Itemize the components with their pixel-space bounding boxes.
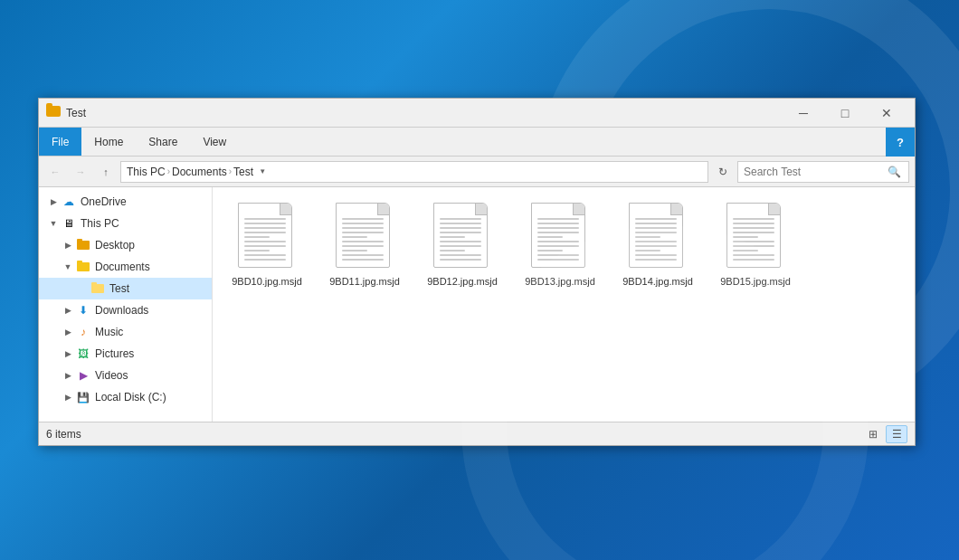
doc-line xyxy=(635,236,660,238)
document-icon xyxy=(726,203,781,268)
sidebar: ▶ ☁ OneDrive ▼ 🖥 This PC ▶ Desktop ▼ Doc… xyxy=(39,187,213,422)
expand-icon: ▶ xyxy=(61,393,75,402)
sidebar-item-pictures[interactable]: ▶ 🖼 Pictures xyxy=(39,343,212,365)
tab-home[interactable]: Home xyxy=(81,128,136,156)
music-icon: ♪ xyxy=(75,324,91,340)
doc-line xyxy=(733,254,774,256)
view-buttons: ⊞ ☰ xyxy=(862,425,907,443)
doc-line xyxy=(440,241,481,242)
pc-icon: 🖥 xyxy=(61,215,77,232)
doc-line xyxy=(733,245,774,247)
sidebar-label-localdisk: Local Disk (C:) xyxy=(95,391,166,403)
doc-line xyxy=(440,259,481,261)
doc-line xyxy=(440,232,481,233)
forward-button[interactable]: → xyxy=(70,161,91,183)
list-item[interactable]: 9BD12.jpg.msjd xyxy=(417,196,508,294)
file-thumb xyxy=(531,203,589,271)
refresh-button[interactable]: ↻ xyxy=(712,161,734,183)
doc-line xyxy=(733,218,774,220)
list-view-button[interactable]: ☰ xyxy=(886,425,907,443)
doc-lines xyxy=(440,218,481,261)
test-folder-icon xyxy=(90,280,106,297)
doc-line xyxy=(635,245,677,247)
sidebar-item-localdisk[interactable]: ▶ 💾 Local Disk (C:) xyxy=(39,386,212,408)
doc-line xyxy=(733,241,774,242)
address-path[interactable]: This PC › Documents › Test ▼ xyxy=(120,161,708,183)
doc-lines xyxy=(635,218,677,261)
path-segment-thispc[interactable]: This PC xyxy=(127,166,166,178)
list-item[interactable]: 9BD11.jpg.msjd xyxy=(319,196,410,294)
doc-line xyxy=(342,223,384,224)
list-item[interactable]: 9BD14.jpg.msjd xyxy=(612,196,703,294)
help-button[interactable]: ? xyxy=(886,128,915,157)
tab-file[interactable]: File xyxy=(39,128,81,156)
doc-line xyxy=(537,245,579,247)
doc-line xyxy=(342,218,384,220)
list-item[interactable]: 9BD10.jpg.msjd xyxy=(222,196,312,294)
doc-line xyxy=(244,254,286,256)
file-name: 9BD10.jpg.msjd xyxy=(232,275,302,288)
explorer-window: Test ─ □ ✕ File Home Share View ? xyxy=(38,98,916,446)
document-icon xyxy=(336,203,390,268)
list-item[interactable]: 9BD13.jpg.msjd xyxy=(515,196,605,294)
grid-view-button[interactable]: ⊞ xyxy=(862,425,884,443)
sidebar-item-thispc[interactable]: ▼ 🖥 This PC xyxy=(39,213,212,234)
doc-line xyxy=(635,250,660,252)
sidebar-item-onedrive[interactable]: ▶ ☁ OneDrive xyxy=(39,191,212,213)
sidebar-item-test[interactable]: Test xyxy=(39,278,212,299)
doc-line xyxy=(537,241,579,242)
doc-line xyxy=(244,218,286,220)
doc-lines xyxy=(733,218,774,261)
file-thumb xyxy=(629,203,687,271)
search-input[interactable] xyxy=(744,166,885,178)
doc-line xyxy=(635,254,677,256)
sidebar-item-downloads[interactable]: ▶ ⬇ Downloads xyxy=(39,299,212,321)
path-segment-documents[interactable]: Documents xyxy=(172,166,227,178)
doc-line xyxy=(440,250,465,252)
expand-icon: ▶ xyxy=(61,306,75,315)
sidebar-label-documents: Documents xyxy=(95,261,150,273)
path-arrow-2: › xyxy=(229,166,232,176)
maximize-button[interactable]: □ xyxy=(824,99,866,128)
doc-line xyxy=(537,254,579,256)
sidebar-item-desktop[interactable]: ▶ Desktop xyxy=(39,234,212,256)
file-name: 9BD15.jpg.msjd xyxy=(720,275,791,288)
doc-line xyxy=(342,259,384,261)
minimize-button[interactable]: ─ xyxy=(783,99,824,128)
doc-line xyxy=(635,218,677,220)
doc-lines xyxy=(537,218,579,261)
search-box[interactable]: 🔍 xyxy=(737,161,909,183)
doc-line xyxy=(537,250,563,252)
sidebar-item-music[interactable]: ▶ ♪ Music xyxy=(39,321,212,343)
tab-share[interactable]: Share xyxy=(136,128,190,156)
back-button[interactable]: ← xyxy=(44,161,66,183)
disk-icon: 💾 xyxy=(75,389,91,405)
file-name: 9BD14.jpg.msjd xyxy=(622,275,693,288)
maximize-icon: □ xyxy=(841,107,849,119)
path-segment-test[interactable]: Test xyxy=(233,166,253,178)
doc-line xyxy=(733,259,774,261)
doc-line xyxy=(733,232,774,233)
list-item[interactable]: 9BD15.jpg.msjd xyxy=(710,196,801,294)
sidebar-item-videos[interactable]: ▶ ▶ Videos xyxy=(39,365,212,386)
sidebar-item-documents[interactable]: ▼ Documents xyxy=(39,256,212,278)
close-button[interactable]: ✕ xyxy=(866,99,907,128)
doc-line xyxy=(733,227,774,229)
expand-icon: ▼ xyxy=(46,219,61,228)
doc-line xyxy=(635,259,677,261)
tab-view[interactable]: View xyxy=(190,128,239,156)
sidebar-label-onedrive: OneDrive xyxy=(81,195,127,208)
doc-line xyxy=(733,236,758,238)
doc-line xyxy=(440,227,481,229)
doc-line xyxy=(440,254,481,256)
up-button[interactable]: ↑ xyxy=(95,161,117,183)
doc-line xyxy=(244,241,286,242)
doc-line xyxy=(733,250,758,252)
doc-line xyxy=(635,223,677,224)
path-dropdown-btn[interactable]: ▼ xyxy=(253,162,271,182)
doc-line xyxy=(440,218,481,220)
doc-line xyxy=(537,218,579,220)
minimize-icon: ─ xyxy=(799,107,808,119)
search-icon[interactable]: 🔍 xyxy=(885,163,903,181)
status-text: 6 items xyxy=(46,428,862,441)
